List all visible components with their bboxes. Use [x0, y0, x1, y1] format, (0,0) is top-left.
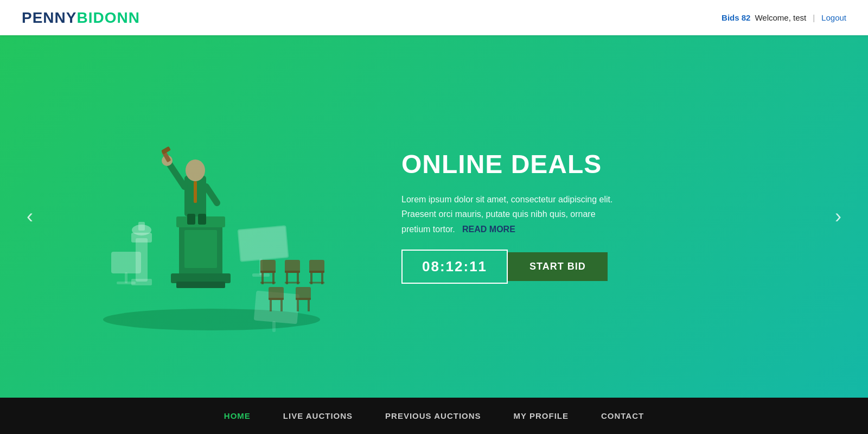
- svg-line-14: [168, 162, 184, 187]
- hero-illustration: [0, 35, 380, 398]
- logo-penny: PENNY: [22, 9, 76, 26]
- hero-content: ONLINE DEALS Lorem ipsum dolor sit amet,…: [380, 149, 868, 284]
- hero-title: ONLINE DEALS: [401, 149, 835, 179]
- prev-arrow[interactable]: ‹: [16, 203, 43, 230]
- svg-rect-19: [187, 214, 195, 225]
- next-arrow[interactable]: ›: [825, 203, 852, 230]
- svg-rect-13: [194, 181, 197, 203]
- svg-rect-22: [239, 226, 288, 260]
- header-right: Bids 82 Welcome, test | Logout: [722, 13, 846, 22]
- svg-rect-24: [252, 273, 270, 277]
- svg-rect-28: [260, 271, 276, 273]
- nav-item-my-profile[interactable]: MY PROFILE: [514, 411, 569, 420]
- svg-rect-10: [138, 222, 145, 231]
- svg-rect-51: [111, 252, 141, 273]
- logo: PENNYBIDONN: [22, 9, 140, 27]
- svg-rect-26: [272, 321, 276, 332]
- svg-rect-38: [309, 271, 324, 273]
- nav-item-contact[interactable]: CONTACT: [601, 411, 644, 420]
- nav-item-home[interactable]: HOME: [224, 411, 251, 420]
- svg-rect-5: [176, 282, 225, 288]
- auction-illustration: [71, 92, 353, 341]
- svg-rect-43: [269, 298, 284, 300]
- svg-rect-33: [285, 271, 300, 273]
- countdown-timer: 08:12:11: [401, 250, 508, 284]
- svg-point-12: [186, 159, 205, 181]
- svg-rect-20: [198, 214, 206, 225]
- divider: |: [813, 13, 815, 22]
- nav-item-live-auctions[interactable]: LIVE AUCTIONS: [283, 411, 353, 420]
- header: PENNYBIDONN Bids 82 Welcome, test | Logo…: [0, 0, 868, 35]
- welcome-text: Welcome, test: [755, 13, 806, 22]
- hero-section: ‹: [0, 35, 868, 398]
- bid-row: 08:12:11 START BID: [401, 250, 835, 284]
- nav-item-previous-auctions[interactable]: PREVIOUS AUCTIONS: [385, 411, 481, 420]
- svg-rect-3: [184, 230, 217, 268]
- hero-description: Lorem ipsum dolor sit amet, consectetur …: [401, 192, 618, 237]
- read-more-link[interactable]: READ MORE: [462, 225, 515, 234]
- logout-link[interactable]: Logout: [821, 13, 846, 22]
- logo-bidonn: BIDONN: [76, 9, 139, 26]
- start-bid-button[interactable]: START BID: [508, 252, 608, 281]
- svg-rect-53: [117, 282, 136, 284]
- footer-nav: HOMELIVE AUCTIONSPREVIOUS AUCTIONSMY PRO…: [0, 398, 868, 434]
- bids-link[interactable]: Bids 82: [722, 13, 750, 22]
- svg-rect-47: [296, 298, 311, 300]
- svg-line-18: [206, 187, 217, 203]
